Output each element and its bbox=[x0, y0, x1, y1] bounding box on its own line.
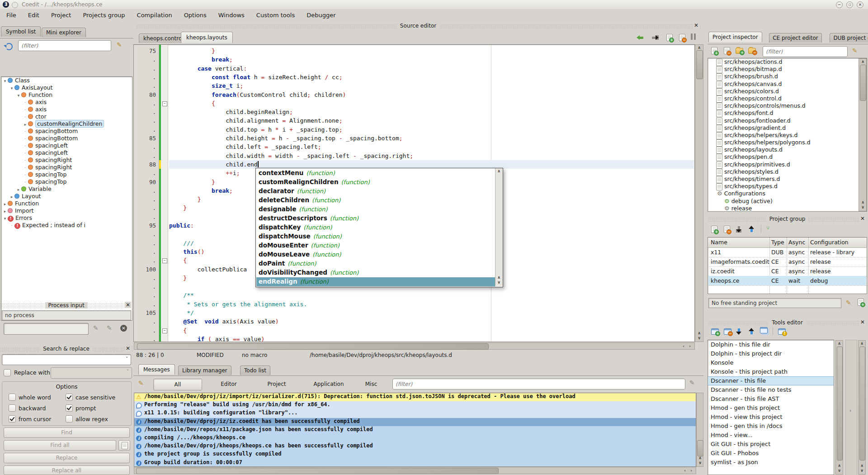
project-file-item[interactable]: src/kheops/canvas.d bbox=[708, 81, 867, 88]
log-message[interactable]: ithe project group is successfully compi… bbox=[134, 451, 696, 459]
send-input-icon[interactable]: ✎ bbox=[93, 324, 99, 332]
messages-hscroll-thumb[interactable] bbox=[136, 468, 499, 474]
project-file-item[interactable]: src/kheops/colors.d bbox=[708, 88, 867, 95]
scroll-up-icon[interactable]: ∧ bbox=[860, 464, 863, 468]
process-input-field[interactable] bbox=[4, 323, 89, 335]
add-free-standing-icon[interactable]: + bbox=[858, 299, 864, 306]
completion-item[interactable]: doPaint(function) bbox=[256, 259, 495, 268]
completion-item[interactable]: doMouseLeave(function) bbox=[256, 250, 495, 259]
completion-scroll-thumb[interactable] bbox=[495, 168, 500, 203]
inspector-pen-icon[interactable]: ✎ bbox=[852, 47, 858, 54]
expand-icon[interactable]: ▸ bbox=[23, 121, 28, 128]
project-file-item[interactable]: src/kheops/gradient.d bbox=[708, 124, 867, 132]
code-line[interactable]: const float h = sizeRect.height / cc; bbox=[169, 73, 694, 81]
checkbox-case-sensitive[interactable] bbox=[66, 394, 73, 401]
minimize-button[interactable]: − bbox=[836, 1, 843, 8]
scroll-up-icon[interactable]: ∧ bbox=[838, 464, 841, 468]
scroll-up-icon[interactable]: ∧ bbox=[838, 342, 841, 346]
column-header-name[interactable]: Name bbox=[708, 238, 769, 248]
cell-name[interactable]: iz.coedit bbox=[711, 266, 769, 276]
replace-with-checkbox[interactable] bbox=[4, 369, 11, 376]
symbol-filter-input[interactable] bbox=[18, 40, 111, 51]
run-tool-icon[interactable]: ! bbox=[778, 328, 786, 335]
scroll-down-icon[interactable]: ∨ bbox=[497, 280, 500, 285]
close-button[interactable]: × bbox=[857, 1, 863, 8]
cell-type[interactable]: CE bbox=[771, 257, 788, 266]
cell-async[interactable]: async bbox=[788, 266, 809, 276]
tab-dub-project-editor[interactable]: DUB project editor bbox=[830, 33, 868, 43]
code-line[interactable]: if (_axis == value) bbox=[169, 335, 694, 342]
tool-item[interactable]: Dscanner - this file AST bbox=[708, 394, 834, 404]
scroll-down-icon[interactable]: ∨ bbox=[861, 205, 864, 209]
checkbox-allow-regex[interactable] bbox=[66, 415, 73, 423]
scroll-up-icon[interactable]: ∧ bbox=[497, 276, 500, 280]
add-folder-icon[interactable]: + bbox=[736, 48, 743, 54]
filter-editor[interactable]: Editor bbox=[213, 379, 245, 390]
tools-vscroll-thumb[interactable] bbox=[837, 347, 843, 461]
cell-async[interactable]: async bbox=[788, 247, 809, 257]
symbol-tree-item[interactable]: ▸Import bbox=[1, 207, 132, 214]
expand-icon[interactable]: ▸ bbox=[2, 208, 8, 215]
project-file-item[interactable]: src/kheops/controls/menus.d bbox=[708, 102, 867, 109]
code-line[interactable]: child.height = h - _spacing.top - _spaci… bbox=[169, 134, 694, 142]
project-file-item[interactable]: src/kheops/helpers/polygons.d bbox=[708, 139, 867, 146]
scroll-right-icon[interactable]: › bbox=[689, 344, 691, 348]
tools-editor-close-icon[interactable]: ✕ bbox=[859, 319, 866, 325]
cell-name[interactable]: imageformats.coedit bbox=[711, 257, 769, 266]
tab-library-manager[interactable]: Library manager bbox=[178, 366, 231, 375]
symbol-tree-item[interactable]: ▸Variable bbox=[1, 185, 132, 193]
scroll-down-icon[interactable]: ∨ bbox=[838, 469, 841, 473]
refresh-symbols-icon[interactable] bbox=[5, 43, 13, 50]
scroll-down-icon[interactable]: ∨ bbox=[698, 336, 701, 340]
checkbox-prompt[interactable] bbox=[66, 404, 73, 412]
code-line[interactable]: child.top = h * i + _spacing.top; bbox=[169, 125, 694, 134]
cell-type[interactable]: CE bbox=[771, 276, 788, 285]
checkbox-whole-word[interactable] bbox=[9, 394, 16, 401]
project-file-item[interactable]: src/kheops/bitmap.d bbox=[708, 66, 867, 73]
tools-detail-vscrollbar[interactable]: ∧ ∧ ∨ bbox=[858, 340, 866, 475]
cell-configuration[interactable]: release bbox=[810, 257, 864, 266]
code-line[interactable]: @Set void axis(Axis value) bbox=[169, 317, 694, 326]
project-file-item[interactable]: src/kheops/brush.d bbox=[708, 73, 867, 80]
completion-item[interactable]: destructDescriptors(function) bbox=[256, 214, 495, 223]
cell-name[interactable]: x11 bbox=[711, 247, 769, 257]
project-group-close-icon[interactable]: ✕ bbox=[859, 215, 866, 222]
symbol-tree-item[interactable]: ·axis bbox=[1, 99, 132, 106]
edit-free-standing-icon[interactable]: ✎ bbox=[846, 299, 851, 306]
project-file-item[interactable]: src/kheops/font.d bbox=[708, 109, 867, 117]
replace-with-combo[interactable]: ˅ bbox=[51, 367, 132, 379]
add-tool-icon[interactable]: + bbox=[711, 328, 719, 335]
editor-hscroll-thumb[interactable] bbox=[137, 343, 489, 350]
symbol-tree-item[interactable]: ·spacingRight bbox=[1, 157, 132, 164]
tool-item[interactable]: Dscanner - this file bbox=[708, 376, 834, 385]
checkbox-backward[interactable] bbox=[9, 404, 16, 412]
find-all-button[interactable]: Find all bbox=[4, 440, 116, 451]
tool-item[interactable]: Git GUI - Phobos bbox=[708, 449, 834, 458]
remove-folder-icon[interactable]: − bbox=[748, 48, 756, 54]
completion-item[interactable]: customRealignChildren(function) bbox=[256, 178, 495, 187]
code-line[interactable]: size_t i; bbox=[169, 81, 694, 90]
collapse-icon[interactable]: ▾ bbox=[9, 85, 14, 92]
completion-item[interactable]: dispatchMouse(function) bbox=[256, 232, 495, 241]
scroll-up-icon[interactable]: ∧ bbox=[860, 342, 863, 346]
scroll-down-icon[interactable]: ∨ bbox=[698, 461, 702, 465]
log-message[interactable]: icompiling /.../kheops/kheops.ce bbox=[134, 434, 696, 442]
scroll-left-icon[interactable]: ‹ bbox=[683, 344, 684, 348]
go-back-icon[interactable] bbox=[637, 34, 644, 41]
messages-vscroll-thumb[interactable] bbox=[697, 440, 703, 456]
tab-project-inspector[interactable]: Project inspector bbox=[708, 32, 762, 42]
tool-item[interactable]: Dscanner - this file no tests bbox=[708, 385, 834, 394]
menu-compilation[interactable]: Compilation bbox=[137, 12, 172, 19]
cell-type[interactable]: DUB bbox=[771, 247, 788, 257]
log-message[interactable]: Performing "release" build using /usr/bi… bbox=[134, 401, 696, 409]
new-document-icon[interactable]: + bbox=[666, 34, 673, 41]
collapse-icon[interactable]: ▾ bbox=[2, 215, 8, 222]
symbol-tree-item[interactable]: ·spacingTop bbox=[1, 171, 132, 178]
editor-vscrollbar[interactable]: ∧ ∧ ∨ bbox=[695, 44, 703, 342]
add-source-icon[interactable]: + bbox=[711, 47, 717, 54]
scroll-up-icon[interactable]: ∧ bbox=[698, 456, 702, 460]
project-file-item[interactable]: src/kheops/fontloader.d bbox=[708, 117, 867, 124]
completion-item[interactable]: endRealign(function) bbox=[256, 277, 495, 286]
kill-process-icon[interactable]: ✕ bbox=[120, 325, 127, 332]
collapse-icon[interactable]: ▾ bbox=[2, 77, 8, 85]
